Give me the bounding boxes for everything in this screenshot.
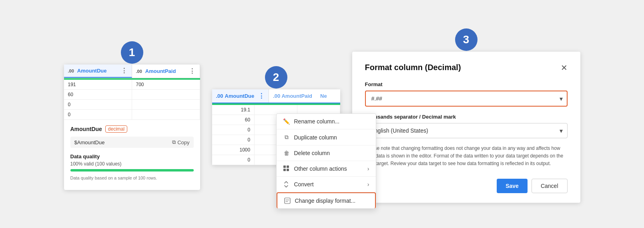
mini-table-header: .00 AmountDue ⋮ .00 AmountPaid Ne [212,89,340,103]
dialog-footer: Save Cancel [365,179,568,193]
menu-label-rename: Rename column... [294,118,340,125]
table-cell: 0 [64,100,132,109]
mini-col-other-name: AmountPaid [281,93,312,99]
table-cell [132,110,200,119]
svg-rect-2 [283,169,286,171]
col-name-2: AmountPaid [145,68,176,74]
table-cell: 0 [212,135,255,145]
copy-button[interactable]: ⧉ Copy [172,139,189,145]
menu-label-convert: Convert [294,181,314,188]
rename-icon: ✏️ [283,118,290,125]
menu-item-other-actions[interactable]: Other column actions › [277,161,376,177]
table-cell: 0 [212,125,255,135]
step-badge-3: 3 [455,28,477,51]
change-format-icon [284,198,291,204]
table-cell: 0 [64,110,132,119]
convert-icon [283,181,290,188]
col-dots-1[interactable]: ⋮ [121,67,128,75]
table-cell: 0 [212,155,255,165]
copy-label: Copy [177,139,189,145]
dialog-title: Format column (Decimal) [365,63,461,72]
mini-col-ne: Ne [316,90,331,102]
col-name-row: AmountDue decimal [70,125,194,133]
mini-col-name: AmountDue [225,93,255,99]
dialog-header: Format column (Decimal) ✕ [365,63,568,73]
separator-label: Thousands separator / Decimal mark [365,114,568,120]
table-cell: 1000 [212,145,255,155]
menu-label-change-format: Change display format... [295,198,356,204]
table-row: 0 [64,100,200,110]
svg-rect-0 [283,165,286,168]
menu-item-delete[interactable]: 🗑 Delete column [277,145,376,161]
table-cell [132,100,200,109]
table-cell: 700 [132,80,200,89]
save-button[interactable]: Save [497,179,528,193]
menu-label-duplicate: Duplicate column [294,134,337,141]
format-select-wrapper: #.## 0.00 #,##0.## #,##0 0 # ▾ [365,91,568,107]
dialog-note: Please note that changing formatting doe… [365,145,568,168]
dq-subtitle: 100% valid (100 values) [70,161,194,167]
type-badge: decimal [105,125,127,133]
svg-rect-4 [285,198,290,204]
panel-3: Format column (Decimal) ✕ Format #.## 0.… [352,52,580,203]
other-actions-icon [283,165,290,172]
close-button[interactable]: ✕ [561,63,568,73]
table-cell: 60 [212,115,255,125]
context-menu: ✏️ Rename column... ⧉ Duplicate column 🗑… [276,113,376,209]
col-indicator-1: .00 [68,69,74,73]
col-indicator-2: .00 [136,69,142,74]
table-header-1: .00 AmountDue ⋮ .00 AmountPaid ⋮ [64,65,200,78]
progress-bar [70,169,194,172]
col-header-amount-paid[interactable]: .00 AmountPaid ⋮ [132,65,200,78]
panel-2: .00 AmountDue ⋮ .00 AmountPaid Ne 19.1 6… [212,89,340,165]
col-info: AmountDue decimal $AmountDue ⧉ Copy Data… [64,120,200,190]
table-cell: 191 [64,80,132,89]
copy-icon: ⧉ [172,139,176,145]
table-row: 60 [64,90,200,100]
table-cell [132,90,200,99]
table-cell: 19.1 [212,105,255,115]
table-row: 191 700 [64,80,200,90]
delete-icon: 🗑 [283,150,290,156]
mini-col-header-active[interactable]: .00 AmountDue ⋮ [212,89,269,103]
data-quality-section: Data quality 100% valid (100 values) Dat… [70,153,194,180]
col-ref-name: $AmountDue [74,139,169,145]
col-name-label: AmountDue [70,126,102,132]
format-label: Format [365,81,568,87]
table-row: 0 [64,110,200,120]
step-badge-1: 1 [121,41,143,64]
mini-col-indicator: .00 [216,93,223,99]
menu-label-delete: Delete column [294,150,330,156]
progress-fill [70,169,194,172]
col-ref-row: $AmountDue ⧉ Copy [70,137,194,148]
step-badge-2: 2 [265,66,287,89]
svg-rect-3 [287,169,289,171]
menu-item-duplicate[interactable]: ⧉ Duplicate column [277,129,376,145]
mini-col-other: .00 AmountPaid [269,90,316,102]
duplicate-icon: ⧉ [283,134,290,141]
menu-item-change-format[interactable]: Change display format... [277,192,376,208]
col-dots-2[interactable]: ⋮ [189,67,196,75]
col-name-1: AmountDue [77,68,107,74]
cancel-button[interactable]: Cancel [532,179,568,193]
arrow-icon-convert: › [367,181,369,188]
separator-select[interactable]: English (United States) German (Germany)… [365,123,568,138]
panel-1: .00 AmountDue ⋮ .00 AmountPaid ⋮ 191 700… [64,65,200,190]
separator-select-wrapper: English (United States) German (Germany)… [365,123,568,138]
mini-col-dots[interactable]: ⋮ [258,92,265,100]
menu-item-convert[interactable]: Convert › [277,177,376,192]
svg-rect-1 [287,165,289,168]
table-cell: 60 [64,90,132,99]
menu-item-rename[interactable]: ✏️ Rename column... [277,114,376,129]
arrow-icon-other: › [367,165,369,172]
menu-label-other: Other column actions [294,165,347,172]
format-select[interactable]: #.## 0.00 #,##0.## #,##0 0 # [365,91,568,107]
col-header-amount-due[interactable]: .00 AmountDue ⋮ [64,65,132,78]
mini-col-other-indicator: .00 [273,93,280,99]
dq-note: Data quality based on a sample of 100 ro… [70,176,194,180]
dq-title: Data quality [70,153,194,159]
